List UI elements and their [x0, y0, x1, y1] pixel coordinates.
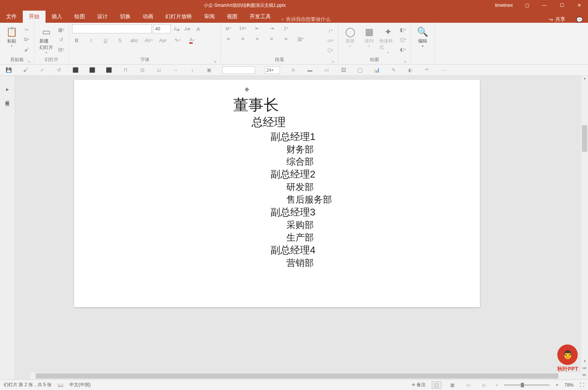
qat-align-center-icon[interactable]: ⬛: [89, 67, 96, 74]
font-color-button[interactable]: A▾: [187, 36, 197, 44]
underline-button[interactable]: U: [101, 36, 110, 44]
increase-indent-button[interactable]: ⇥: [267, 24, 276, 32]
qat-align-top-icon[interactable]: ⊓: [122, 67, 129, 74]
qat-font-input[interactable]: [222, 66, 255, 74]
qat-eyedropper-icon[interactable]: ✓: [39, 67, 46, 74]
text-l3-4[interactable]: 售后服务部: [233, 193, 332, 206]
tab-animations[interactable]: 动画: [137, 11, 159, 23]
font-launcher[interactable]: ↘: [214, 60, 217, 63]
reading-view-button[interactable]: ▭: [464, 381, 473, 389]
text-l3-1[interactable]: 财务部: [233, 143, 332, 156]
paragraph-launcher[interactable]: ↘: [331, 60, 334, 63]
cut-button[interactable]: ✂: [22, 26, 31, 33]
notes-button[interactable]: ≐ 备注: [412, 382, 426, 388]
qat-align-left-icon[interactable]: ⬛: [72, 67, 79, 74]
tab-file[interactable]: 文件: [0, 11, 23, 23]
smartart-button[interactable]: ⬡▾: [326, 46, 335, 54]
arrange-button[interactable]: ▦排列▾: [360, 24, 378, 48]
text-l1-1[interactable]: 总经理: [233, 115, 332, 130]
format-painter-button[interactable]: 🖌: [22, 46, 31, 53]
zoom-out-button[interactable]: −: [495, 382, 498, 388]
qat-effects-icon[interactable]: ◐: [407, 67, 413, 74]
qat-shape-icon[interactable]: ◯: [357, 67, 363, 74]
decrease-indent-button[interactable]: ⇤: [253, 24, 262, 32]
tab-review[interactable]: 审阅: [198, 11, 221, 23]
qat-crop-icon[interactable]: ▭: [323, 67, 330, 74]
qat-align-right-icon[interactable]: ⬛: [105, 67, 112, 74]
minimize-button[interactable]: —: [536, 0, 553, 11]
section-button[interactable]: ▤▾: [57, 46, 66, 53]
horizontal-scrollbar[interactable]: [30, 373, 581, 379]
align-left-button[interactable]: ≡: [224, 35, 233, 42]
qat-picture-icon[interactable]: 🖼: [340, 67, 347, 74]
shape-fill-button[interactable]: ◧▾: [398, 26, 407, 33]
shapes-button[interactable]: ◯形状▾: [341, 24, 359, 48]
text-l3-3[interactable]: 研发部: [233, 181, 332, 193]
text-l3-5[interactable]: 采购部: [233, 219, 332, 231]
prev-slide-icon[interactable]: ⏮: [581, 366, 588, 373]
reset-button[interactable]: ↺: [57, 36, 66, 43]
scroll-thumb[interactable]: [582, 125, 587, 152]
share-button[interactable]: ↪ 共享: [544, 16, 571, 23]
tab-home[interactable]: 开始: [23, 11, 46, 23]
expand-thumbnails-button[interactable]: ▶: [6, 87, 9, 91]
char-spacing-button[interactable]: AV▾: [144, 36, 153, 44]
zoom-in-button[interactable]: +: [556, 382, 558, 388]
close-button[interactable]: ✕: [571, 0, 588, 11]
qat-fill-icon[interactable]: ▬: [307, 67, 313, 74]
scroll-down-icon[interactable]: ▾: [581, 359, 588, 366]
scroll-up-icon[interactable]: ▴: [581, 76, 588, 83]
slide-text-content[interactable]: 董事长 总经理 副总经理1 财务部 综合部 副总经理2 研发部 售后服务部 副总…: [233, 95, 332, 269]
increase-font-button[interactable]: A▴: [172, 25, 181, 33]
text-l2-1[interactable]: 副总经理1: [233, 130, 332, 143]
font-size-input[interactable]: [153, 24, 171, 33]
slide-canvas[interactable]: ✥ 董事长 总经理 副总经理1 财务部 综合部 副总经理2 研发部 售后服务部 …: [15, 76, 588, 379]
text-l0[interactable]: 董事长: [233, 95, 332, 115]
qat-align-bottom-icon[interactable]: ⊔: [156, 67, 162, 74]
copy-button[interactable]: ⧉▾: [22, 36, 31, 43]
fit-window-button[interactable]: ⛶: [580, 382, 584, 388]
clear-formatting-button[interactable]: A̷: [193, 25, 203, 33]
tab-transitions[interactable]: 切换: [114, 11, 137, 23]
zoom-slider[interactable]: [504, 384, 550, 386]
text-direction-button[interactable]: ↕▾: [326, 27, 335, 34]
spellcheck-icon[interactable]: 📖: [58, 382, 63, 388]
qat-distribute-v-icon[interactable]: ↕: [189, 67, 196, 74]
strikethrough-button[interactable]: S: [115, 36, 124, 44]
zoom-thumb[interactable]: [521, 383, 524, 387]
ribbon-display-options-icon[interactable]: ▢: [518, 0, 536, 11]
highlight-button[interactable]: ✎▾: [173, 36, 182, 44]
paste-button[interactable]: 📋 粘贴 ▾: [3, 24, 20, 48]
qat-more-icon[interactable]: ⋯: [440, 67, 447, 74]
qat-save-icon[interactable]: 💾: [5, 67, 12, 74]
justify-button[interactable]: ≡: [267, 35, 276, 42]
qat-align-middle-icon[interactable]: ⊟: [139, 67, 146, 74]
decrease-font-button[interactable]: A▾: [183, 25, 192, 33]
columns-button[interactable]: ▥▾: [296, 35, 305, 42]
sorter-view-button[interactable]: ▦: [448, 381, 458, 389]
zoom-level[interactable]: 78%: [564, 382, 574, 388]
tab-design[interactable]: 设计: [91, 11, 114, 23]
tell-me[interactable]: ♀告诉我你想要做什么: [277, 16, 334, 23]
normal-view-button[interactable]: ▢: [432, 381, 442, 389]
comments-icon[interactable]: 💬: [571, 17, 588, 23]
italic-button[interactable]: I: [86, 36, 96, 44]
shape-outline-button[interactable]: ◫▾: [398, 36, 407, 43]
tab-draw[interactable]: 绘图: [68, 11, 91, 23]
qat-fontsize-input[interactable]: [265, 66, 280, 74]
qat-text-icon[interactable]: ᵃᵇ: [423, 67, 430, 74]
qat-undo-icon[interactable]: ↺: [55, 67, 62, 74]
layout-button[interactable]: ▦▾: [57, 26, 66, 33]
change-case-button[interactable]: Aa▾: [159, 36, 168, 44]
qat-chart-icon[interactable]: 📊: [373, 67, 380, 74]
qat-group-icon[interactable]: ▣: [206, 67, 212, 74]
align-text-button[interactable]: ▭▾: [326, 36, 335, 44]
hscroll-thumb[interactable]: [36, 373, 558, 379]
shadow-button[interactable]: abc: [130, 36, 139, 44]
new-slide-button[interactable]: ▭ 新建 幻灯片 ▾: [38, 24, 55, 54]
text-l2-4[interactable]: 副总经理4: [233, 244, 332, 257]
user-name[interactable]: timelinex: [490, 3, 518, 8]
line-spacing-button[interactable]: ‡▾: [281, 24, 291, 32]
qat-distribute-h-icon[interactable]: ↔: [172, 67, 179, 74]
numbering-button[interactable]: 1≡▾: [238, 24, 247, 32]
